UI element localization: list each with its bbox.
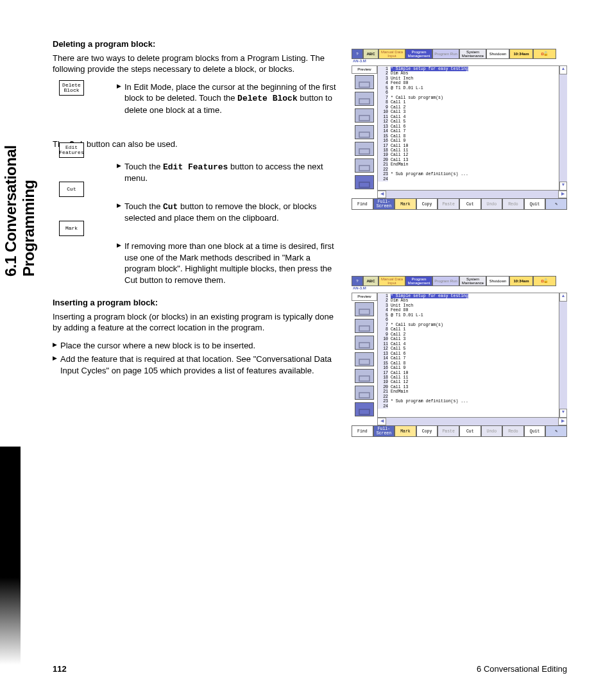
hatch-icon[interactable] (355, 336, 374, 350)
hatch-icon[interactable] (355, 108, 374, 123)
quit-button[interactable]: Quit (524, 198, 546, 210)
abc-tab[interactable]: ABC (363, 276, 378, 286)
code-line[interactable]: 19Call 12 (378, 153, 559, 157)
code-line[interactable]: 21EndMain (378, 162, 559, 167)
tape2-icon[interactable] (355, 352, 374, 366)
code-line[interactable]: 23* Sub program definition(s) ... (378, 399, 559, 404)
scroll-track[interactable] (386, 191, 558, 198)
code-line[interactable]: 9Call 2 (378, 105, 559, 110)
lines-icon[interactable] (355, 319, 374, 333)
mdi-tab[interactable]: Manual Data Input (378, 276, 405, 286)
fullscreen-button[interactable]: Full- Screen (373, 198, 395, 210)
copy-button[interactable]: Copy (416, 425, 438, 437)
code-line[interactable]: 22 (378, 167, 559, 172)
code-line[interactable]: 16Call 9 (378, 139, 559, 143)
code-line[interactable]: 10Call 3 (378, 337, 559, 341)
scroll-track[interactable] (386, 418, 558, 425)
scroll-right-icon[interactable]: ▶ (558, 191, 567, 198)
code-line[interactable]: 18Call 11 (378, 375, 559, 380)
cut-button[interactable]: Cut (459, 425, 481, 437)
program-run-tab[interactable]: Program Run (432, 49, 459, 59)
code-line[interactable]: 3Unit Inch (378, 76, 559, 81)
code-line[interactable]: 1* Simple setup for easy testing (378, 294, 559, 298)
help-tab[interactable]: ? (352, 276, 363, 286)
copy-button[interactable]: Copy (416, 198, 438, 210)
scroll-left-icon[interactable]: ◀ (377, 191, 386, 198)
system-maintenance-tab[interactable]: System Maintenance (459, 49, 486, 59)
code-line[interactable]: 9Call 2 (378, 332, 559, 337)
flag-icon[interactable] (355, 402, 374, 416)
diamond2-icon[interactable] (355, 386, 374, 400)
toolbox-button[interactable]: ✎ (545, 425, 567, 437)
code-line[interactable]: 5@ T1 D.01 L-1 (378, 86, 559, 90)
vertical-scrollbar[interactable]: ▲▼ (559, 293, 567, 418)
lines-icon[interactable] (355, 92, 374, 106)
find-button[interactable]: Find (352, 198, 373, 210)
code-line[interactable]: 8Call 1 (378, 327, 559, 332)
scroll-down-icon[interactable]: ▼ (559, 409, 567, 418)
code-line[interactable]: 12Call 5 (378, 119, 559, 124)
tape-icon[interactable] (355, 75, 374, 89)
code-line[interactable]: 24 (378, 404, 559, 409)
quit-button[interactable]: Quit (524, 425, 546, 437)
code-line[interactable]: 13Call 6 (378, 124, 559, 129)
code-line[interactable]: 6 (378, 318, 559, 322)
code-line[interactable]: 5@ T1 D.01 L-1 (378, 313, 559, 318)
code-line[interactable]: 13Call 6 (378, 352, 559, 356)
code-line[interactable]: 7* Call sub program(s) (378, 96, 559, 100)
program-listing[interactable]: 1* Simple setup for easy testing2Dim Abs… (377, 65, 559, 191)
code-line[interactable]: 2Dim Abs (378, 298, 559, 303)
diamond-icon[interactable] (355, 142, 374, 156)
code-line[interactable]: 17Call 10 (378, 371, 559, 375)
code-line[interactable]: 7* Call sub program(s) (378, 323, 559, 327)
code-line[interactable]: 21EndMain (378, 389, 559, 394)
abc-tab[interactable]: ABC (363, 49, 378, 59)
code-line[interactable]: 2Dim Abs (378, 71, 559, 76)
code-line[interactable]: 4Feed 80 (378, 308, 559, 312)
code-line[interactable]: 14Call 7 (378, 129, 559, 133)
mark-button[interactable]: Mark (395, 425, 416, 437)
shutdown-tab[interactable]: Shutdown (486, 276, 509, 286)
code-line[interactable]: 15Call 8 (378, 361, 559, 366)
code-line[interactable]: 20Call 13 (378, 385, 559, 389)
shutdown-tab[interactable]: Shutdown (486, 49, 509, 59)
code-line[interactable]: 24 (378, 177, 559, 182)
program-management-tab[interactable]: Program Management (405, 49, 432, 59)
diamond-icon[interactable] (355, 369, 374, 383)
program-management-tab[interactable]: Program Management (405, 276, 432, 286)
toolbox-button[interactable]: ✎ (545, 198, 567, 210)
mark-button[interactable]: Mark (395, 198, 416, 210)
flag-icon[interactable] (355, 175, 374, 189)
code-line[interactable]: 19Call 12 (378, 380, 559, 384)
code-line[interactable]: 3Unit Inch (378, 303, 559, 308)
code-line[interactable]: 23* Sub program definition(s) ... (378, 172, 559, 176)
cut-button[interactable]: Cut (459, 198, 481, 210)
code-line[interactable]: 11Call 4 (378, 342, 559, 346)
code-line[interactable]: 10Call 3 (378, 110, 559, 114)
code-line[interactable]: 20Call 13 (378, 158, 559, 162)
code-line[interactable]: 17Call 10 (378, 144, 559, 148)
scroll-down-icon[interactable]: ▼ (559, 182, 567, 191)
code-line[interactable]: 1* Simple setup for easy testing (378, 67, 559, 71)
scroll-up-icon[interactable]: ▲ (559, 293, 567, 302)
program-run-tab[interactable]: Program Run (432, 276, 459, 286)
code-line[interactable]: 11Call 4 (378, 115, 559, 119)
code-line[interactable]: 14Call 7 (378, 356, 559, 361)
code-line[interactable]: 15Call 8 (378, 134, 559, 139)
horizontal-scrollbar[interactable]: ◀▶ (377, 191, 567, 198)
code-line[interactable]: 6 (378, 90, 559, 95)
code-line[interactable]: 16Call 9 (378, 366, 559, 370)
scroll-up-icon[interactable]: ▲ (559, 65, 567, 74)
tape2-icon[interactable] (355, 125, 374, 139)
help-tab[interactable]: ? (352, 49, 363, 59)
horizontal-scrollbar[interactable]: ◀▶ (377, 418, 567, 425)
code-line[interactable]: 4Feed 80 (378, 81, 559, 85)
vertical-scrollbar[interactable]: ▲▼ (559, 65, 567, 191)
system-maintenance-tab[interactable]: System Maintenance (459, 276, 486, 286)
code-line[interactable]: 22 (378, 395, 559, 399)
mdi-tab[interactable]: Manual Data Input (378, 49, 405, 59)
fullscreen-button[interactable]: Full- Screen (373, 425, 395, 437)
find-button[interactable]: Find (352, 425, 373, 437)
code-line[interactable]: 12Call 5 (378, 346, 559, 351)
code-line[interactable]: 18Call 11 (378, 148, 559, 153)
